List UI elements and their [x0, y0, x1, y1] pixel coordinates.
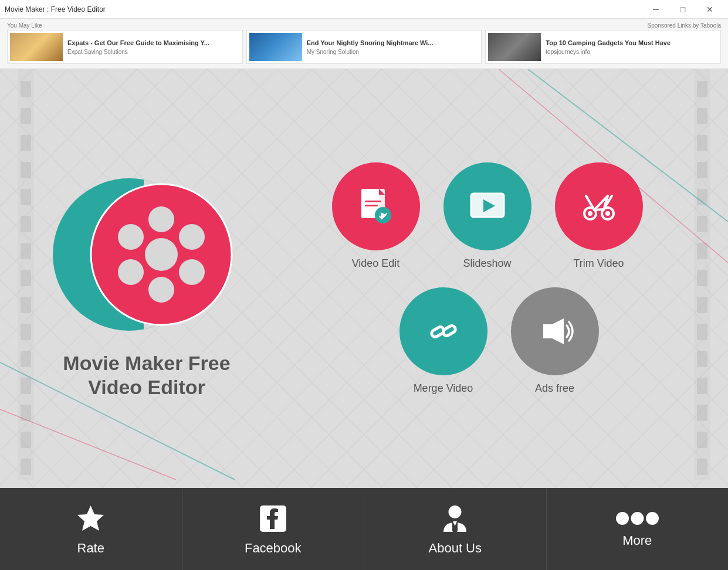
ad-item-camping[interactable]: Top 10 Camping Gadgets You Must Have top… — [485, 30, 721, 64]
bottom-bar: Rate Facebook — [0, 488, 728, 570]
svg-point-42 — [179, 224, 205, 250]
slideshow-circle — [443, 162, 531, 250]
svg-marker-69 — [543, 318, 564, 344]
app-logo-svg — [53, 158, 241, 345]
svg-point-61 — [605, 211, 610, 216]
video-edit-label: Video Edit — [352, 257, 400, 270]
ads-free-button[interactable]: Ads free — [511, 287, 599, 395]
feature-row-1: Video Edit Slideshow — [332, 162, 643, 270]
svg-rect-2 — [21, 108, 31, 124]
feature-row-2: Merge Video Ads free — [399, 287, 599, 395]
close-button[interactable]: ✕ — [696, 0, 723, 19]
about-us-button[interactable]: About Us — [364, 488, 547, 570]
svg-point-77 — [646, 512, 659, 525]
ad-item-expat[interactable]: Expats - Get Our Free Guide to Maximisin… — [7, 30, 243, 64]
video-edit-icon — [353, 183, 399, 230]
merge-video-circle — [399, 287, 487, 375]
ad-thumb-expat — [10, 33, 63, 61]
ads-free-icon — [531, 308, 578, 355]
ad-thumb-camping — [488, 33, 541, 61]
trim-video-circle — [555, 162, 643, 250]
merge-video-label: Merge Video — [414, 382, 473, 395]
slideshow-button[interactable]: Slideshow — [443, 162, 531, 270]
svg-rect-13 — [21, 405, 31, 421]
svg-rect-68 — [442, 324, 456, 337]
slideshow-icon — [464, 183, 511, 230]
facebook-icon — [257, 503, 289, 535]
trim-video-icon — [575, 183, 622, 230]
video-edit-button[interactable]: Video Edit — [332, 162, 420, 270]
ad-items: Expats - Get Our Free Guide to Maximisin… — [7, 30, 721, 64]
more-label: More — [622, 533, 652, 548]
app-title-line2: Video Editor — [63, 375, 230, 399]
ad-source-snoring: My Snoring Solution — [307, 49, 434, 55]
person-icon — [439, 503, 471, 535]
facebook-label: Facebook — [245, 541, 302, 556]
rate-label: Rate — [77, 541, 104, 556]
ad-thumb-snoring — [249, 33, 302, 61]
trim-video-button[interactable]: Trim Video — [555, 162, 643, 270]
svg-rect-31 — [697, 459, 707, 475]
svg-rect-30 — [697, 432, 707, 448]
trim-video-label: Trim Video — [573, 257, 624, 270]
svg-rect-3 — [21, 135, 31, 151]
reel-container — [53, 158, 241, 345]
sponsored-label: You May Like Sponsored Links by Taboola — [7, 22, 721, 29]
ad-source-camping: topsjourneys.info — [546, 49, 671, 55]
ads-free-circle — [511, 287, 599, 375]
merge-video-button[interactable]: Merge Video — [399, 287, 487, 395]
svg-point-40 — [145, 238, 178, 271]
merge-video-icon — [420, 308, 467, 355]
rate-button[interactable]: Rate — [0, 488, 182, 570]
svg-point-59 — [588, 211, 592, 216]
svg-rect-29 — [697, 405, 707, 421]
window-controls: ─ □ ✕ — [642, 0, 723, 19]
svg-rect-1 — [21, 81, 31, 97]
ad-source-expat: Expat Saving Solutions — [67, 49, 209, 55]
svg-rect-51 — [365, 201, 381, 202]
svg-rect-18 — [697, 108, 707, 124]
app-title-line1: Movie Maker Free — [63, 351, 230, 375]
ad-banner: You May Like Sponsored Links by Taboola … — [0, 19, 728, 69]
svg-rect-52 — [365, 205, 378, 206]
video-edit-circle — [332, 162, 420, 250]
window-title: Movie Maker : Free Video Editor — [5, 5, 106, 13]
right-section: Video Edit Slideshow — [270, 162, 705, 395]
app-title: Movie Maker Free Video Editor — [63, 351, 230, 399]
star-icon — [75, 503, 107, 535]
ads-free-label: Ads free — [535, 382, 574, 395]
svg-point-46 — [118, 224, 144, 250]
svg-rect-15 — [21, 459, 31, 475]
more-button[interactable]: More — [547, 488, 729, 570]
you-may-like-text: You May Like — [7, 22, 42, 29]
maximize-button[interactable]: □ — [669, 0, 696, 19]
facebook-button[interactable]: Facebook — [182, 488, 365, 570]
svg-point-41 — [148, 206, 174, 232]
ad-headline-expat: Expats - Get Our Free Guide to Maximisin… — [67, 39, 209, 47]
slideshow-label: Slideshow — [463, 257, 511, 270]
svg-rect-14 — [21, 432, 31, 448]
svg-point-72 — [449, 505, 462, 518]
more-dots-icon — [615, 510, 659, 527]
main-content: Movie Maker Free Video Editor — [0, 69, 728, 488]
svg-marker-70 — [77, 505, 104, 531]
svg-point-43 — [179, 259, 205, 285]
ad-headline-snoring: End Your Nightly Snoring Nightmare Wi... — [307, 39, 434, 47]
svg-line-35 — [0, 409, 176, 480]
svg-point-75 — [616, 512, 629, 525]
svg-line-63 — [594, 209, 604, 210]
svg-point-45 — [118, 259, 144, 285]
svg-rect-17 — [697, 81, 707, 97]
svg-rect-19 — [697, 135, 707, 151]
minimize-button[interactable]: ─ — [642, 0, 669, 19]
about-us-label: About Us — [429, 541, 482, 556]
left-section: Movie Maker Free Video Editor — [23, 158, 270, 399]
app-container: You May Like Sponsored Links by Taboola … — [0, 19, 728, 570]
taboola-label: Sponsored Links by Taboola — [648, 22, 721, 29]
svg-point-76 — [631, 512, 644, 525]
svg-point-44 — [148, 277, 174, 303]
ad-item-snoring[interactable]: End Your Nightly Snoring Nightmare Wi...… — [246, 30, 482, 64]
ad-headline-camping: Top 10 Camping Gadgets You Must Have — [546, 39, 671, 47]
title-bar: Movie Maker : Free Video Editor ─ □ ✕ — [0, 0, 728, 19]
